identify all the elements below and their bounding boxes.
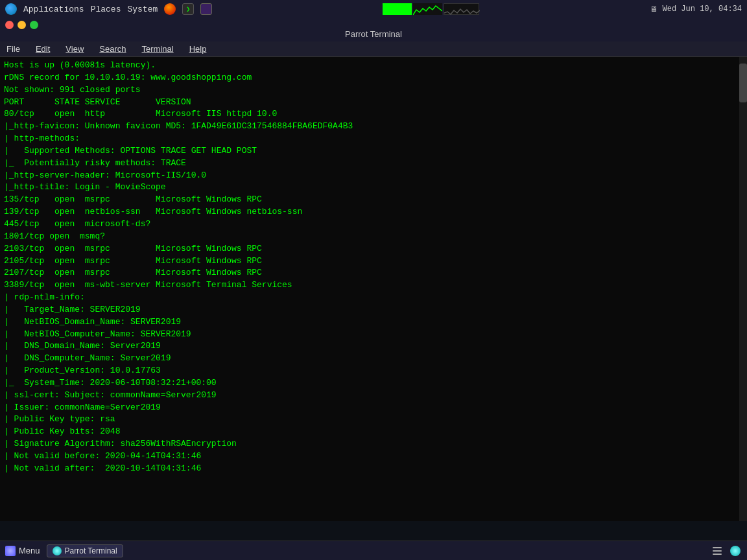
taskbar-menu-label: Menu bbox=[19, 546, 40, 555]
taskbar-terminal-icon bbox=[53, 546, 62, 555]
cpu-graph-green bbox=[383, 3, 412, 15]
terminal-line: |_ System_Time: 2020-06-10T08:32:21+00:0… bbox=[4, 377, 743, 390]
taskbar-app-terminal[interactable]: Parrot Terminal bbox=[47, 544, 123, 557]
terminal-line: |_http-title: Login - MovieScope bbox=[4, 181, 743, 194]
terminal-line: | Not valid after: 2020-10-14T04:31:46 bbox=[4, 463, 743, 475]
terminal-line: 3389/tcp open ms-wbt-server Microsoft Te… bbox=[4, 279, 743, 292]
terminal-line: 2107/tcp open msrpc Microsoft Windows RP… bbox=[4, 267, 743, 279]
menu-view[interactable]: View bbox=[63, 43, 86, 55]
performance-indicators bbox=[383, 3, 479, 15]
terminal-body[interactable]: Host is up (0.00081s latency).rDNS recor… bbox=[0, 57, 747, 521]
cpu-graph bbox=[413, 3, 442, 15]
app-icon-4[interactable] bbox=[200, 3, 212, 15]
taskbar-menu-button[interactable]: Menu bbox=[5, 546, 40, 556]
menu-bar: File Edit View Search Terminal Help bbox=[0, 41, 747, 57]
terminal-line: | Target_Name: SERVER2019 bbox=[4, 304, 743, 316]
terminal-line: | Public Key type: rsa bbox=[4, 414, 743, 426]
svg-rect-2 bbox=[713, 554, 722, 555]
terminal-line: PORT STATE SERVICE VERSION bbox=[4, 97, 743, 109]
menu-edit[interactable]: Edit bbox=[33, 43, 53, 55]
terminal-line: 139/tcp open netbios-ssn Microsoft Windo… bbox=[4, 206, 743, 218]
maximize-button[interactable] bbox=[30, 21, 38, 29]
terminal-icon[interactable]: ❯ bbox=[182, 3, 194, 15]
terminal-line: | Signature Algorithm: sha256WithRSAEncr… bbox=[4, 438, 743, 450]
terminal-line: 2105/tcp open msrpc Microsoft Windows RP… bbox=[4, 255, 743, 268]
terminal-line: | Product_Version: 10.0.17763 bbox=[4, 365, 743, 377]
svg-rect-1 bbox=[713, 550, 722, 552]
terminal-line: | ssl-cert: Subject: commonName=Server20… bbox=[4, 390, 743, 402]
close-button[interactable] bbox=[5, 21, 14, 29]
terminal-line: |_ Potentially risky methods: TRACE bbox=[4, 158, 743, 170]
parrot-os-icon[interactable] bbox=[5, 3, 17, 15]
terminal-line: rDNS record for 10.10.10.19: www.goodsho… bbox=[4, 72, 743, 84]
terminal-line: | NetBIOS_Computer_Name: SERVER2019 bbox=[4, 329, 743, 341]
taskbar: Menu Parrot Terminal bbox=[0, 541, 747, 560]
applications-menu[interactable]: Applications bbox=[23, 5, 84, 14]
terminal-line: | NetBIOS_Domain_Name: SERVER2019 bbox=[4, 316, 743, 329]
menu-file[interactable]: File bbox=[4, 43, 23, 55]
system-bar: Applications Places System ❯ 🖥 Wed Jun 1… bbox=[0, 0, 747, 18]
terminal-line: | DNS_Domain_Name: Server2019 bbox=[4, 340, 743, 353]
terminal-line: |_http-server-header: Microsoft-IIS/10.0 bbox=[4, 170, 743, 182]
taskbar-right bbox=[711, 544, 742, 557]
terminal-line: | Public Key bits: 2048 bbox=[4, 426, 743, 438]
scrollbar-thumb[interactable] bbox=[739, 64, 747, 102]
terminal-wrapper: Host is up (0.00081s latency).rDNS recor… bbox=[0, 57, 747, 521]
taskbar-settings-icon[interactable] bbox=[711, 544, 724, 557]
system-menu[interactable]: System bbox=[127, 5, 158, 14]
taskbar-app-label: Parrot Terminal bbox=[65, 546, 117, 555]
terminal-line: 80/tcp open http Microsoft IIS httpd 10.… bbox=[4, 108, 743, 121]
terminal-line: 1801/tcp open msmq? bbox=[4, 231, 743, 243]
terminal-line: 445/tcp open microsoft-ds? bbox=[4, 218, 743, 231]
scrollbar[interactable] bbox=[739, 57, 747, 521]
terminal-line: | Issuer: commonName=Server2019 bbox=[4, 402, 743, 414]
terminal-line: | Supported Methods: OPTIONS TRACE GET H… bbox=[4, 145, 743, 158]
terminal-line: | http-methods: bbox=[4, 133, 743, 145]
taskbar-menu-icon bbox=[5, 546, 16, 556]
menu-help[interactable]: Help bbox=[187, 43, 209, 55]
display-icon: 🖥 bbox=[650, 5, 658, 14]
terminal-line: |_http-favicon: Unknown favicon MD5: 1FA… bbox=[4, 121, 743, 133]
svg-rect-0 bbox=[713, 547, 722, 548]
terminal-line: Not shown: 991 closed ports bbox=[4, 84, 743, 97]
title-bar: Parrot Terminal bbox=[0, 18, 747, 41]
places-menu[interactable]: Places bbox=[91, 5, 121, 14]
window-title: Parrot Terminal bbox=[0, 29, 747, 41]
menu-search[interactable]: Search bbox=[97, 43, 128, 55]
minimize-button[interactable] bbox=[18, 21, 26, 29]
terminal-line: 135/tcp open msrpc Microsoft Windows RPC bbox=[4, 194, 743, 206]
terminal-line: 2103/tcp open msrpc Microsoft Windows RP… bbox=[4, 243, 743, 255]
net-graph bbox=[444, 3, 479, 15]
terminal-line: | rdp-ntlm-info: bbox=[4, 292, 743, 304]
system-bar-right: 🖥 Wed Jun 10, 04:34 bbox=[650, 5, 742, 14]
firefox-icon[interactable] bbox=[164, 3, 176, 15]
system-bar-left: Applications Places System ❯ bbox=[5, 3, 212, 15]
datetime-label: Wed Jun 10, 04:34 bbox=[663, 5, 742, 14]
terminal-line: | Not valid before: 2020-04-14T04:31:46 bbox=[4, 450, 743, 463]
menu-terminal[interactable]: Terminal bbox=[139, 43, 176, 55]
taskbar-terminal-btn[interactable] bbox=[729, 544, 742, 557]
terminal-line: | DNS_Computer_Name: Server2019 bbox=[4, 353, 743, 365]
terminal-line: Host is up (0.00081s latency). bbox=[4, 60, 743, 72]
